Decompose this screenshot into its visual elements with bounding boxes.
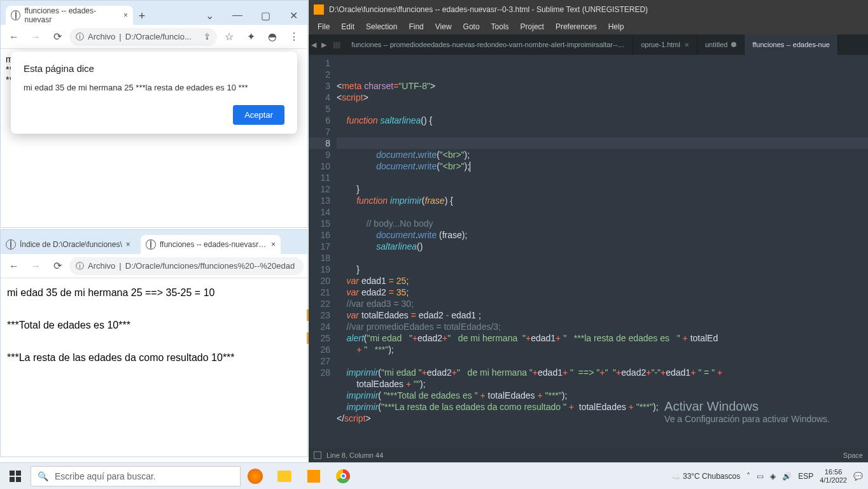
code-area[interactable]: <meta charset="UTF-8"> <script> function… bbox=[337, 55, 868, 448]
editor-tab[interactable]: untitled bbox=[697, 34, 745, 55]
chrome-window-top: ffunciones -- edades-nuevasr × + ⌄ — ▢ ✕… bbox=[0, 0, 308, 228]
info-icon: ⓘ bbox=[76, 260, 84, 272]
menu-file[interactable]: File bbox=[312, 21, 335, 32]
chrome-titlebar: Índice de D:\Oracle\funciones\ × ffuncio… bbox=[1, 230, 307, 254]
close-tab-icon[interactable]: ✕ bbox=[684, 41, 689, 48]
browser-toolbar: ← → ⟳ ⓘ Archivo | D:/Oracle/funciones/ff… bbox=[1, 254, 307, 278]
volume-icon[interactable]: 🔊 bbox=[782, 472, 792, 481]
back-button[interactable]: ← bbox=[4, 257, 24, 276]
close-tab-icon[interactable]: × bbox=[123, 11, 128, 20]
profile-icon[interactable]: ◓ bbox=[263, 27, 282, 46]
svg-rect-0 bbox=[10, 471, 15, 476]
forward-button[interactable]: → bbox=[26, 27, 45, 46]
sublime-logo-icon bbox=[314, 4, 324, 15]
globe-icon bbox=[6, 239, 16, 250]
output-line: ***Total de edades es 10*** bbox=[7, 317, 301, 334]
battery-icon[interactable]: ▭ bbox=[757, 472, 764, 481]
line-gutter: 1234567891011121314151617181920212223242… bbox=[309, 55, 337, 448]
search-placeholder: Escribe aquí para buscar. bbox=[55, 471, 156, 481]
notifications-icon[interactable]: 💬 bbox=[853, 472, 863, 481]
bookmark-icon[interactable]: ☆ bbox=[220, 27, 239, 46]
tray-chevron-icon[interactable]: ˄ bbox=[746, 472, 750, 481]
taskbar-app-explorer[interactable] bbox=[270, 463, 299, 490]
browser-toolbar: ← → ⟳ ⓘ Archivo | D:/Oracle/funcio... ⇪ … bbox=[1, 25, 307, 49]
minimize-icon[interactable]: — bbox=[223, 6, 251, 25]
page-content: mi edad 35 de mi hermana 25 ==> 35-25 = … bbox=[1, 278, 307, 372]
window-controls: ⌄ — ▢ ✕ bbox=[195, 6, 307, 25]
menu-selection[interactable]: Selection bbox=[361, 21, 402, 32]
tab-divider: |||||| bbox=[329, 41, 344, 48]
editor-tab-active[interactable]: ffunciones -- edades-nue bbox=[745, 34, 838, 55]
taskbar-app-chrome[interactable] bbox=[328, 463, 358, 490]
chrome-window-bottom: Índice de D:\Oracle\funciones\ × ffuncio… bbox=[0, 229, 308, 457]
browser-tab-active[interactable]: ffunciones -- edades-nuevasr--0 × bbox=[141, 235, 281, 254]
menu-help[interactable]: Help bbox=[603, 21, 629, 32]
extensions-icon[interactable]: ✦ bbox=[241, 27, 260, 46]
output-line: ***La resta de las edades da como result… bbox=[7, 350, 301, 366]
reload-button[interactable]: ⟳ bbox=[48, 257, 67, 276]
menu-icon[interactable]: ⋮ bbox=[284, 27, 304, 46]
editor-tab[interactable]: oprue-1.html✕ bbox=[633, 34, 697, 55]
menu-edit[interactable]: Edit bbox=[336, 21, 360, 32]
addr-prefix: Archivo bbox=[88, 32, 115, 41]
sublime-text-window: D:\Oracle\funciones\ffunciones -- edades… bbox=[309, 0, 868, 462]
share-icon[interactable]: ⇪ bbox=[204, 32, 211, 41]
menu-preferences[interactable]: Preferences bbox=[550, 21, 602, 32]
new-tab-button[interactable]: + bbox=[133, 7, 151, 25]
menu-project[interactable]: Project bbox=[515, 21, 549, 32]
dropdown-icon[interactable]: ⌄ bbox=[195, 6, 223, 25]
alert-accept-button[interactable]: Aceptar bbox=[233, 105, 284, 125]
weather-widget[interactable]: ☁️ 33°C Chubascos bbox=[671, 472, 741, 481]
sublime-titlebar[interactable]: D:\Oracle\funciones\ffunciones -- edades… bbox=[309, 0, 868, 19]
addr-path: D:/Oracle/funciones/ffunciones%20--%20ed… bbox=[125, 261, 295, 271]
tab-title: ffunciones -- edades-nuevasr bbox=[24, 6, 120, 24]
alert-message: mi edad 35 de mi hermana 25 ***la resta … bbox=[24, 83, 284, 92]
clock[interactable]: 16:56 4/1/2022 bbox=[820, 468, 847, 485]
js-alert-dialog: Esta página dice mi edad 35 de mi herman… bbox=[11, 52, 297, 134]
code-editor[interactable]: 1234567891011121314151617181920212223242… bbox=[309, 55, 868, 448]
editor-tab[interactable]: funciones -- promediodeedades-nuevas-red… bbox=[344, 34, 633, 55]
indentation-indicator[interactable]: Space bbox=[843, 451, 863, 459]
close-icon[interactable]: ✕ bbox=[279, 6, 307, 25]
menubar: File Edit Selection Find View Goto Tools… bbox=[309, 19, 868, 34]
alert-title: Esta página dice bbox=[24, 63, 284, 74]
addr-path: D:/Oracle/funcio... bbox=[125, 32, 192, 41]
search-icon: 🔍 bbox=[38, 471, 48, 481]
svg-rect-2 bbox=[10, 477, 15, 482]
reload-button[interactable]: ⟳ bbox=[48, 27, 67, 46]
taskbar-search[interactable]: 🔍 Escribe aquí para buscar. bbox=[31, 466, 241, 486]
browser-tab[interactable]: ffunciones -- edades-nuevasr × bbox=[6, 6, 133, 25]
panel-switcher-icon[interactable] bbox=[314, 451, 321, 459]
globe-icon bbox=[146, 239, 156, 250]
forward-button[interactable]: → bbox=[26, 257, 45, 276]
taskbar-app-sublime[interactable] bbox=[299, 463, 328, 490]
globe-icon bbox=[11, 10, 20, 20]
window-title: D:\Oracle\funciones\ffunciones -- edades… bbox=[329, 5, 648, 14]
close-tab-icon[interactable]: × bbox=[126, 240, 130, 249]
menu-view[interactable]: View bbox=[430, 21, 457, 32]
tab-nav-back-icon[interactable]: ◀ bbox=[309, 41, 319, 49]
tab-title: ffunciones -- edades-nuevasr--0 bbox=[160, 240, 267, 249]
close-tab-icon[interactable]: × bbox=[271, 240, 276, 249]
menu-tools[interactable]: Tools bbox=[486, 21, 514, 32]
taskbar-app-firefox[interactable] bbox=[241, 463, 270, 490]
maximize-icon[interactable]: ▢ bbox=[251, 6, 279, 25]
output-line: mi edad 35 de mi hermana 25 ==> 35-25 = … bbox=[7, 285, 301, 301]
addr-prefix: Archivo bbox=[88, 261, 115, 271]
svg-rect-1 bbox=[16, 471, 21, 476]
menu-find[interactable]: Find bbox=[403, 21, 428, 32]
system-tray: ☁️ 33°C Chubascos ˄ ▭ ◈ 🔊 ESP 16:56 4/1/… bbox=[671, 468, 868, 485]
menu-goto[interactable]: Goto bbox=[458, 21, 485, 32]
start-button[interactable] bbox=[0, 463, 31, 490]
info-icon: ⓘ bbox=[76, 31, 84, 43]
svg-rect-3 bbox=[16, 477, 21, 482]
address-bar[interactable]: ⓘ Archivo | D:/Oracle/funcio... ⇪ bbox=[69, 28, 217, 46]
editor-tabbar: ◀ ▶ |||||| funciones -- promediodeedades… bbox=[309, 34, 868, 55]
dirty-indicator-icon bbox=[731, 42, 736, 47]
browser-tab-inactive[interactable]: Índice de D:\Oracle\funciones\ × bbox=[1, 235, 141, 254]
wifi-icon[interactable]: ◈ bbox=[770, 472, 776, 481]
tab-nav-forward-icon[interactable]: ▶ bbox=[319, 41, 329, 49]
language-indicator[interactable]: ESP bbox=[798, 472, 813, 481]
back-button[interactable]: ← bbox=[4, 27, 24, 46]
address-bar[interactable]: ⓘ Archivo | D:/Oracle/funciones/ffuncion… bbox=[69, 257, 304, 275]
